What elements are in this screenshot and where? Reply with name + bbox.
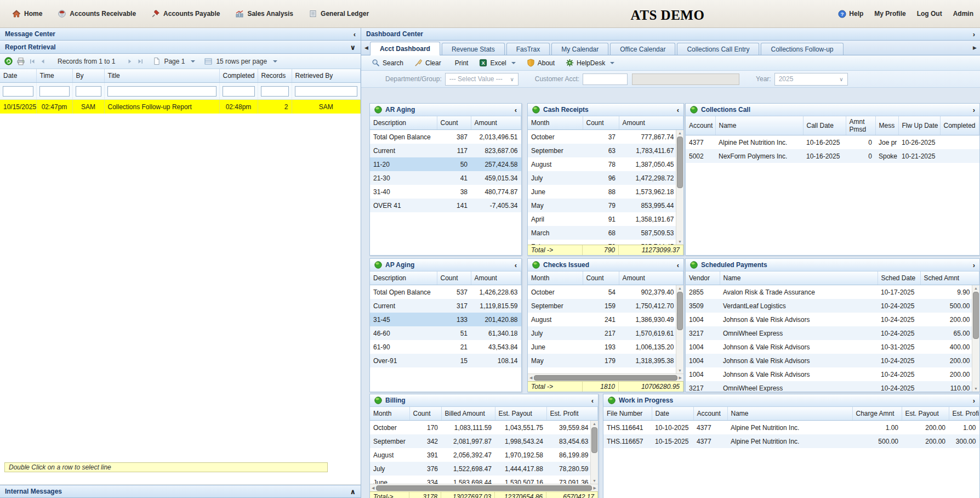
scrollbar-thumb[interactable] [677, 137, 683, 188]
collapse-right-icon[interactable]: › [973, 262, 975, 269]
dropdown-arrow-icon[interactable] [610, 62, 614, 66]
scrollbar-thumb[interactable] [591, 427, 597, 453]
collapse-left-icon[interactable]: ‹ [677, 106, 679, 114]
filter-input-records[interactable] [261, 86, 289, 97]
collapse-right-icon[interactable]: › [973, 106, 975, 114]
toolbar-button-clear[interactable]: Clear [409, 57, 446, 69]
table-row[interactable]: May1791,318,395.38 [528, 354, 683, 367]
filter-input-date[interactable] [3, 86, 33, 97]
scrollbar-thumb[interactable] [534, 375, 677, 381]
collapse-right-icon[interactable]: › [973, 397, 975, 404]
refresh-button[interactable] [4, 57, 13, 65]
table-row[interactable]: 31-45133201,420.88 [370, 313, 521, 326]
column-header[interactable]: Billed Amount [441, 407, 495, 421]
scroll-up-icon[interactable]: ▲ [678, 286, 682, 291]
column-header[interactable]: AmntPmsd [846, 116, 875, 135]
filter-input-time[interactable] [39, 86, 70, 97]
customer-acct-input[interactable] [583, 73, 628, 85]
table-row[interactable]: 5002NexForm Polymers Inc.10-16-20250Spok… [686, 149, 979, 163]
panel-header-billing[interactable]: Billing‹ [370, 394, 598, 407]
column-header[interactable]: Description [370, 116, 437, 130]
scroll-down-icon[interactable]: ▼ [678, 368, 682, 373]
last-page-button[interactable] [137, 58, 144, 65]
first-page-button[interactable] [29, 58, 36, 65]
column-header[interactable]: Est. Payout [902, 407, 949, 421]
year-select[interactable]: 2025 ∨ [774, 73, 848, 86]
table-row[interactable]: March68587,509.53 [528, 226, 683, 240]
table-row[interactable]: April911,358,191.67 [528, 212, 683, 226]
scrollbar-thumb[interactable] [973, 292, 979, 339]
table-row[interactable]: 21-3041459,015.34 [370, 171, 521, 185]
toolbar-button-print[interactable]: Print [447, 58, 474, 69]
toolbar-button-helpdesk[interactable]: HelpDesk [561, 57, 619, 69]
horizontal-scrollbar[interactable]: ◀▶ [370, 484, 598, 491]
tab-my-calendar[interactable]: My Calendar [551, 43, 608, 55]
toolbar-button-about[interactable]: About [522, 57, 560, 69]
panel-header-scheduled-payments[interactable]: Scheduled Payments› [686, 259, 979, 271]
column-header[interactable]: Charge Amnt [852, 407, 902, 421]
tab-collections-follow-up[interactable]: Collections Follow-up [761, 43, 843, 55]
scroll-left-icon[interactable]: ◀ [529, 376, 532, 380]
scroll-up-icon[interactable]: ▲ [592, 421, 596, 426]
scroll-right-icon[interactable]: ▶ [594, 486, 596, 490]
internal-messages-header[interactable]: Internal Messages ∧ [0, 485, 361, 498]
table-row[interactable]: 10/15/202502:47pmSAMCollections Follow-u… [0, 100, 361, 114]
user-nav-admin[interactable]: Admin [953, 10, 973, 18]
column-header[interactable]: Name [715, 116, 803, 135]
nav-item-accounts-receivable[interactable]: Accounts Receivable [58, 9, 136, 18]
scroll-left-icon[interactable]: ◀ [372, 486, 374, 490]
page-select[interactable]: Page 1 [164, 58, 185, 65]
table-row[interactable]: August2411,386,930.49 [528, 313, 683, 326]
table-row[interactable]: 1004Johnson & Vale Risk Advisors10-24-20… [686, 354, 979, 367]
table-row[interactable]: February72585,744.45 [528, 240, 683, 245]
table-row[interactable]: Total Open Balance3872,013,496.51 [370, 130, 521, 144]
table-row[interactable]: July2171,570,619.61 [528, 326, 683, 340]
dropdown-arrow-icon[interactable] [273, 60, 277, 65]
scroll-down-icon[interactable]: ▼ [592, 478, 596, 483]
column-header[interactable]: Amount [471, 271, 521, 285]
nav-item-accounts-payable[interactable]: Accounts Payable [151, 9, 220, 18]
column-header[interactable]: Est. Payout [495, 407, 546, 421]
table-row[interactable]: Over-9115108.14 [370, 354, 521, 367]
table-row[interactable]: September3422,081,997.871,998,543.2483,4… [370, 434, 598, 448]
vertical-scrollbar[interactable]: ▲▼ [590, 421, 598, 484]
column-header[interactable]: Records [258, 69, 292, 83]
nav-item-home[interactable]: Home [12, 9, 42, 18]
column-header[interactable]: Count [437, 271, 471, 285]
toolbar-button-search[interactable]: Search [367, 57, 408, 69]
table-row[interactable]: THS.11664110-10-20254377Alpine Pet Nutri… [603, 421, 979, 435]
dashboard-center-header[interactable]: Dashboard Center › [361, 27, 980, 41]
department-group-select[interactable]: --- Select Value --- ∨ [445, 73, 519, 86]
table-row[interactable]: October1701,083,111.591,043,551.7539,559… [370, 421, 598, 435]
user-nav-help[interactable]: ?Help [838, 10, 863, 18]
table-row[interactable]: 31-4038480,774.87 [370, 185, 521, 199]
table-row[interactable]: 1004Johnson & Vale Risk Advisors10-24-20… [686, 313, 979, 326]
filter-input-completed[interactable] [223, 86, 255, 97]
tab-scroll-left-icon[interactable]: ◀ [363, 45, 370, 50]
table-row[interactable]: July961,472,298.72 [528, 171, 683, 185]
tab-collections-call-entry[interactable]: Collections Call Entry [677, 43, 759, 55]
collapse-right-icon[interactable]: › [973, 31, 975, 38]
table-row[interactable]: 2855Avalon Risk & Trade Assurance10-17-2… [686, 285, 979, 299]
table-row[interactable]: 3217OmniWheel Express10-24-202565.00 [686, 326, 979, 340]
user-nav-log-out[interactable]: Log Out [917, 10, 942, 18]
column-header[interactable]: Description [370, 271, 437, 285]
column-header[interactable]: Month [528, 271, 583, 285]
report-retrieval-header[interactable]: Report Retrieval ∨ [0, 41, 361, 54]
vertical-scrollbar[interactable]: ▲▼ [676, 130, 683, 245]
table-row[interactable]: 46-605161,340.18 [370, 326, 521, 340]
column-header[interactable]: Amount [619, 271, 683, 285]
vertical-scrollbar[interactable]: ▲▼ [972, 285, 979, 392]
column-header[interactable]: Completed [219, 69, 258, 83]
table-row[interactable]: August781,387,050.45 [528, 157, 683, 171]
column-header[interactable]: Vendor [686, 271, 720, 285]
table-row[interactable]: September1591,750,412.70 [528, 299, 683, 313]
table-row[interactable]: August3912,056,392.471,970,192.5886,199.… [370, 448, 598, 462]
nav-item-general-ledger[interactable]: General Ledger [309, 9, 369, 18]
collapse-left-icon[interactable]: ‹ [515, 106, 517, 114]
collapse-left-icon[interactable]: ‹ [515, 262, 517, 269]
panel-header-work-in-progress[interactable]: Work in Progress› [603, 394, 979, 407]
panel-header-ap-aging[interactable]: AP Aging‹ [370, 259, 521, 271]
table-row[interactable]: THS.11665710-15-20254377Alpine Pet Nutri… [603, 434, 979, 448]
column-header[interactable]: Sched Date [878, 271, 920, 285]
